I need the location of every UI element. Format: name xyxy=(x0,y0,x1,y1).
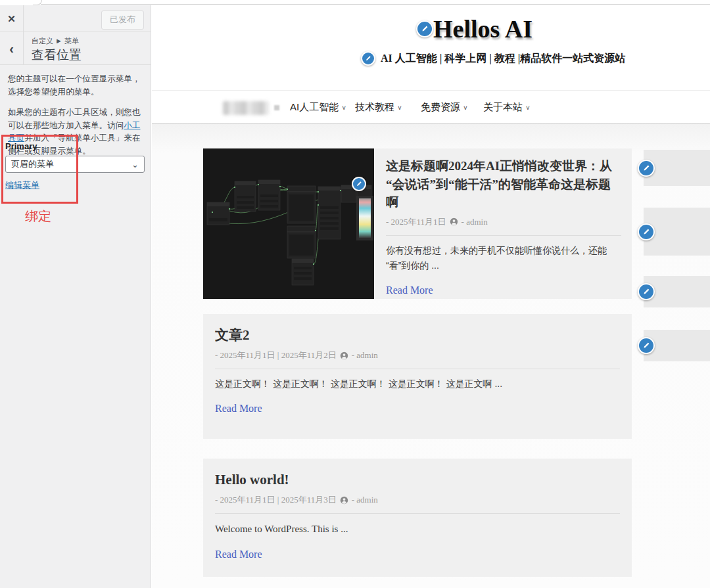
post-author: - admin xyxy=(352,495,378,505)
edit-widget-icon[interactable] xyxy=(638,223,655,240)
nav-item-label: 免费资源 xyxy=(421,101,460,114)
post-author: - admin xyxy=(352,350,378,361)
pencil-icon xyxy=(642,164,650,172)
post-title[interactable]: 文章2 xyxy=(215,325,620,345)
edit-site-title-icon[interactable] xyxy=(416,20,433,37)
site-tagline: AI 人工智能 | 科学上网 | 教程 |精品软件一站式资源站 xyxy=(381,52,625,66)
post-meta: - 2025年11月1日 | 2025年11月3日 - admin xyxy=(215,494,620,506)
customizer-topbar: ✕ 已发布 xyxy=(0,5,151,32)
annotation-label: 绑定 xyxy=(25,208,51,225)
widget-placeholder-1 xyxy=(644,150,710,186)
nav-item-label: 技术教程 xyxy=(355,101,394,114)
nav-item-free-resources[interactable]: 免费资源 ˅ xyxy=(421,91,467,124)
post-card-3: Hello world! - 2025年11月1日 | 2025年11月3日 -… xyxy=(203,459,632,577)
description-paragraph-1: 您的主题可以在一个位置显示菜单，选择您希望使用的菜单。 xyxy=(8,73,143,99)
pencil-icon xyxy=(642,228,650,236)
post-divider xyxy=(215,513,620,514)
edit-tagline-icon[interactable] xyxy=(361,51,375,66)
post-excerpt: 你有没有想过，未来的手机不仅能听懂你说什么，还能“看”到你的 ... xyxy=(386,243,621,275)
browser-chrome-strip xyxy=(0,0,710,5)
read-more-link[interactable]: Read More xyxy=(215,549,262,560)
edit-menu-link[interactable]: 编辑菜单 xyxy=(5,179,39,191)
site-header: Hellos AI AI 人工智能 | 科学上网 | 教程 |精品软件一站式资源… xyxy=(152,5,710,124)
author-icon xyxy=(450,217,458,226)
site-tagline-row: AI 人工智能 | 科学上网 | 教程 |精品软件一站式资源站 xyxy=(361,51,625,66)
publish-button[interactable]: 已发布 xyxy=(101,11,144,30)
nav-item-label: 关于本站 xyxy=(483,101,523,114)
chevron-down-icon: ˅ xyxy=(526,104,530,112)
edit-widget-icon[interactable] xyxy=(638,283,655,300)
post-meta: - 2025年11月1日 | 2025年11月2日 - admin xyxy=(215,350,620,361)
post-thumbnail-node-graph[interactable] xyxy=(203,148,374,299)
post-excerpt: 这是正文啊！ 这是正文啊！ 这是正文啊！ 这是正文啊！ 这是正文啊 ... xyxy=(215,376,620,392)
post-meta: - 2025年11月1日 - admin xyxy=(386,216,621,228)
menu-location-label: Primary xyxy=(5,141,145,151)
nav-item-about[interactable]: 关于本站 ˅ xyxy=(483,91,530,124)
post-date: - 2025年11月1日 | 2025年11月3日 xyxy=(215,494,337,506)
pencil-icon xyxy=(421,25,429,33)
close-icon[interactable]: ✕ xyxy=(0,5,24,32)
menu-location-select[interactable]: 页眉的菜单 ⌄ xyxy=(5,156,145,173)
menu-location-section: Primary 页眉的菜单 ⌄ 编辑菜单 xyxy=(5,141,145,191)
breadcrumb: 自定义 ► 菜单 xyxy=(32,36,82,46)
post-divider xyxy=(386,235,621,236)
read-more-link[interactable]: Read More xyxy=(215,403,262,415)
customizer-sidebar: ✕ 已发布 ‹ 自定义 ► 菜单 查看位置 您的主题可以在一个位置显示菜单，选择… xyxy=(0,5,151,588)
author-icon xyxy=(340,496,348,505)
post-card-2: 文章2 - 2025年11月1日 | 2025年11月2日 - admin 这是… xyxy=(203,314,632,439)
nav-item-label: AI人工智能 xyxy=(290,101,339,114)
chevron-down-icon: ˅ xyxy=(342,104,346,112)
post-card-1: 这是标题啊2024年AI正悄悄改变世界：从“会说话”到“能干活”的智能革命这是标… xyxy=(203,148,632,299)
widget-placeholder-2 xyxy=(644,208,710,256)
pencil-icon xyxy=(356,181,362,187)
chevron-down-icon: ⌄ xyxy=(131,160,139,170)
post-author: - admin xyxy=(462,217,488,227)
nav-logo-blurred[interactable] xyxy=(223,101,269,115)
widget-placeholder-3 xyxy=(644,276,710,307)
pencil-icon xyxy=(642,288,650,296)
back-chevron-icon[interactable]: ‹ xyxy=(0,32,24,65)
author-icon xyxy=(340,351,348,360)
menu-select-value: 页眉的菜单 xyxy=(11,158,54,170)
widget-sidebar xyxy=(644,124,710,588)
post-title[interactable]: 这是标题啊2024年AI正悄悄改变世界：从“会说话”到“能干活”的智能革命这是标… xyxy=(386,157,621,212)
edit-widget-icon[interactable] xyxy=(638,160,655,177)
post-divider xyxy=(215,369,620,369)
post-date: - 2025年11月1日 xyxy=(386,216,446,228)
description-2-pre: 如果您的主题有小工具区域，则您也可以在那些地方加入菜单。访问 xyxy=(8,108,141,130)
site-title[interactable]: Hellos AI xyxy=(433,14,532,43)
content-area: 这是标题啊2024年AI正悄悄改变世界：从“会说话”到“能干活”的智能革命这是标… xyxy=(152,124,710,588)
edit-widget-icon[interactable] xyxy=(638,337,655,354)
pencil-icon xyxy=(642,342,650,350)
edit-menu-icon[interactable] xyxy=(352,177,366,191)
post-date: - 2025年11月1日 | 2025年11月2日 xyxy=(215,350,337,361)
pencil-icon xyxy=(365,55,371,62)
nav-item-ai[interactable]: AI人工智能 ˅ xyxy=(290,91,346,124)
browser-tab-line xyxy=(41,4,710,5)
site-preview: Hellos AI AI 人工智能 | 科学上网 | 教程 |精品软件一站式资源… xyxy=(152,5,710,588)
nav-item-tutorials[interactable]: 技术教程 ˅ xyxy=(355,91,402,124)
post-excerpt: Welcome to WordPress. This is ... xyxy=(215,521,620,538)
panel-titles: 自定义 ► 菜单 查看位置 xyxy=(32,36,82,64)
chevron-down-icon: ˅ xyxy=(463,104,467,112)
nav-logo-dot xyxy=(274,105,279,110)
main-navigation: AI人工智能 ˅ 技术教程 ˅ 免费资源 ˅ 关于本站 ˅ xyxy=(152,90,710,124)
post-body: 这是标题啊2024年AI正悄悄改变世界：从“会说话”到“能干活”的智能革命这是标… xyxy=(374,148,632,299)
read-more-link[interactable]: Read More xyxy=(386,284,433,296)
site-title-row: Hellos AI xyxy=(416,14,532,43)
panel-title: 查看位置 xyxy=(32,47,82,64)
post-title[interactable]: Hello world! xyxy=(215,470,620,489)
chevron-down-icon: ˅ xyxy=(398,104,402,112)
panel-header: ‹ 自定义 ► 菜单 查看位置 xyxy=(0,32,151,65)
widget-placeholder-4 xyxy=(644,330,710,361)
